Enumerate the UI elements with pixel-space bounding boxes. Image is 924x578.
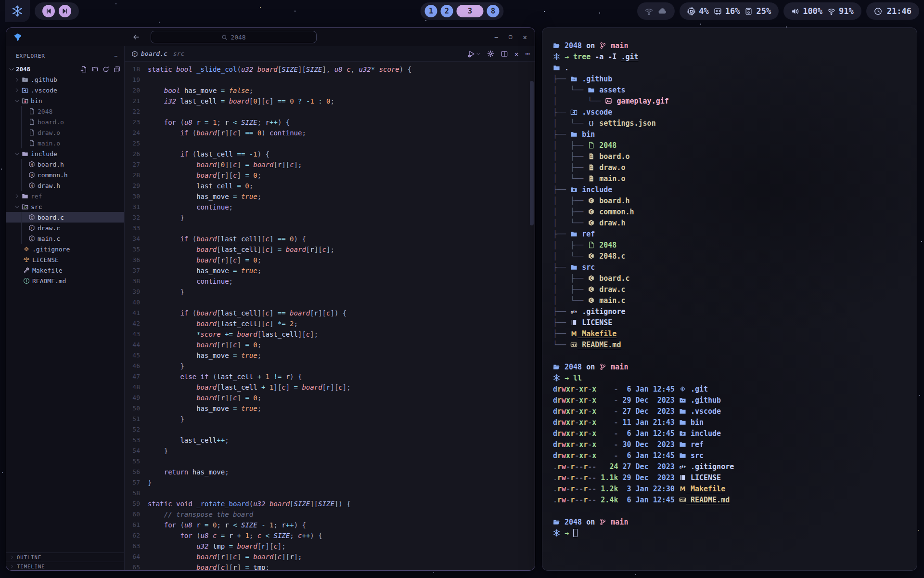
collapse-all-button[interactable] <box>114 66 120 73</box>
code-line-25[interactable]: 25 <box>125 138 535 149</box>
code-line-65[interactable]: 65 board[c][r] = tmp; <box>125 562 535 571</box>
workspace-1[interactable]: 1 <box>425 5 437 17</box>
command-center-search[interactable]: 2048 <box>151 31 317 43</box>
explorer-item-include[interactable]: include <box>6 148 124 159</box>
code-line-47[interactable]: 47 else if (last_cell + 1 != r) { <box>125 371 535 382</box>
explorer-item-src[interactable]: src <box>6 201 124 212</box>
new-file-button[interactable] <box>80 66 87 73</box>
code-line-22[interactable]: 22 <box>125 106 535 117</box>
code-line-27[interactable]: 27 board[0][c] = board[r][c]; <box>125 159 535 170</box>
code-line-29[interactable]: 29 last_cell = 0; <box>125 181 535 191</box>
split-editor-button[interactable] <box>501 51 508 57</box>
tab-board-c[interactable]: C board.c src <box>131 50 184 57</box>
code-line-51[interactable]: 51 } <box>125 414 535 424</box>
editor-settings-button[interactable] <box>487 50 494 57</box>
maximize-button[interactable]: ▢ <box>509 33 512 41</box>
media-next-button[interactable] <box>59 5 71 17</box>
workspace-8[interactable]: 8 <box>487 5 500 17</box>
code-text: has_move = true; <box>148 403 261 414</box>
code-line-62[interactable]: 62 for (u8 c = r + 1; c < SIZE; c++) { <box>125 530 535 541</box>
explorer-item-github[interactable]: .github <box>6 74 124 85</box>
code-line-28[interactable]: 28 board[r][c] = 0; <box>125 170 535 181</box>
nav-back-button[interactable] <box>132 33 140 41</box>
close-button[interactable]: ✕ <box>523 33 527 41</box>
explorer-item-bin[interactable]: bin <box>6 95 124 106</box>
code-line-33[interactable]: 33 <box>125 223 535 234</box>
code-line-54[interactable]: 54 } <box>125 446 535 456</box>
code-line-56[interactable]: 56 return has_move; <box>125 467 535 477</box>
code-line-43[interactable]: 43 *score += board[last_cell][c]; <box>125 329 535 340</box>
code-line-64[interactable]: 64 board[r][c] = board[c][r]; <box>125 552 535 562</box>
code-line-42[interactable]: 42 board[last_cell][c] *= 2; <box>125 318 535 329</box>
explorer-item-board-o[interactable]: board.o <box>6 117 124 127</box>
terminal-window[interactable]: 2048 on main → tree -a -I .git .├── .git… <box>542 27 917 571</box>
code-line-21[interactable]: 21 i32 last_cell = board[0][c] == 0 ? -1… <box>125 96 535 106</box>
code-line-32[interactable]: 32 } <box>125 212 535 223</box>
explorer-item-2048[interactable]: 2048 <box>6 106 124 117</box>
explorer-more-actions-button[interactable]: ⋯ <box>114 53 117 59</box>
code-line-59[interactable]: 59static void _rotate_board(u32 board[SI… <box>125 499 535 509</box>
code-line-52[interactable]: 52 <box>125 424 535 435</box>
explorer-item-Makefile[interactable]: Makefile <box>6 265 124 276</box>
explorer-root-folder[interactable]: 2048 <box>6 64 124 74</box>
explorer-item-vscode[interactable]: .vscode <box>6 85 124 95</box>
run-button[interactable] <box>468 50 480 58</box>
code-line-34[interactable]: 34 if (board[last_cell][c] == 0) { <box>125 234 535 244</box>
code-line-49[interactable]: 49 board[r][c] = 0; <box>125 393 535 403</box>
code-line-39[interactable]: 39 } <box>125 287 535 297</box>
code-line-53[interactable]: 53 last_cell++; <box>125 435 535 446</box>
sidebar-section-outline[interactable]: OUTLINE <box>6 552 124 562</box>
code-line-45[interactable]: 45 has_move = true; <box>125 350 535 361</box>
tray-network-pill[interactable] <box>637 2 675 20</box>
code-line-26[interactable]: 26 if (last_cell == -1) { <box>125 149 535 159</box>
code-line-35[interactable]: 35 board[last_cell][c] = board[r][c]; <box>125 244 535 255</box>
code-editor[interactable]: 18static bool _slide_col(u32 board[SIZE]… <box>125 62 535 571</box>
explorer-item-main-c[interactable]: Cmain.c <box>6 233 124 244</box>
sidebar-section-timeline[interactable]: TIMELINE <box>6 562 124 571</box>
code-line-30[interactable]: 30 has_move = true; <box>125 191 535 202</box>
explorer-item-draw-o[interactable]: draw.o <box>6 127 124 138</box>
code-line-36[interactable]: 36 board[r][c] = 0; <box>125 255 535 265</box>
workspace-2[interactable]: 2 <box>441 5 453 17</box>
code-line-38[interactable]: 38 continue; <box>125 276 535 287</box>
code-line-23[interactable]: 23 for (u8 r = 1; r < SIZE; r++) { <box>125 117 535 128</box>
code-line-46[interactable]: 46 } <box>125 361 535 371</box>
code-line-60[interactable]: 60 // transpose the board <box>125 509 535 520</box>
vscode-titlebar[interactable]: 2048 − ▢ ✕ <box>6 28 535 46</box>
code-line-63[interactable]: 63 u32 tmp = board[r][c]; <box>125 541 535 552</box>
media-prev-button[interactable] <box>42 5 55 17</box>
explorer-item-main-o[interactable]: main.o <box>6 138 124 148</box>
code-line-41[interactable]: 41 if (board[last_cell][c] == board[r][c… <box>125 308 535 318</box>
close-editor-button[interactable]: ✕ <box>514 50 518 58</box>
code-line-58[interactable]: 58 <box>125 488 535 499</box>
explorer-item-common-h[interactable]: Hcommon.h <box>6 170 124 180</box>
code-line-20[interactable]: 20 bool has_move = false; <box>125 85 535 96</box>
explorer-item-README-md[interactable]: README.md <box>6 276 124 286</box>
code-line-48[interactable]: 48 board[last_cell + 1][c] = board[r][c]… <box>125 382 535 393</box>
explorer-item-draw-h[interactable]: Hdraw.h <box>6 180 124 191</box>
code-line-61[interactable]: 61 for (u8 r = 0; r < SIZE - 1; r++) { <box>125 520 535 530</box>
launcher-button[interactable] <box>5 0 30 22</box>
editor-scrollbar[interactable] <box>530 62 534 571</box>
code-line-18[interactable]: 18static bool _slide_col(u32 board[SIZE]… <box>125 64 535 75</box>
editor-more-actions-button[interactable]: ⋯ <box>525 49 530 58</box>
code-line-24[interactable]: 24 if (board[r][c] == 0) continue; <box>125 128 535 138</box>
refresh-button[interactable] <box>103 66 109 73</box>
explorer-item-ref[interactable]: ref <box>6 191 124 201</box>
workspace-3-active[interactable]: 3 <box>457 5 484 17</box>
minimize-button[interactable]: − <box>494 33 498 41</box>
explorer-item-draw-c[interactable]: Cdraw.c <box>6 223 124 233</box>
code-line-37[interactable]: 37 has_move = true; <box>125 265 535 276</box>
code-line-55[interactable]: 55 <box>125 456 535 467</box>
code-line-57[interactable]: 57} <box>125 477 535 488</box>
code-line-19[interactable]: 19 <box>125 75 535 85</box>
explorer-item-gitignore[interactable]: .gitignore <box>6 244 124 254</box>
explorer-item-board-c[interactable]: Cboard.c <box>6 212 124 223</box>
code-line-50[interactable]: 50 has_move = true; <box>125 403 535 414</box>
code-line-44[interactable]: 44 board[r][c] = 0; <box>125 340 535 350</box>
explorer-item-board-h[interactable]: Hboard.h <box>6 159 124 170</box>
explorer-item-LICENSE[interactable]: LICENSE <box>6 254 124 265</box>
new-folder-button[interactable] <box>91 66 98 73</box>
code-line-40[interactable]: 40 <box>125 297 535 308</box>
code-line-31[interactable]: 31 continue; <box>125 202 535 212</box>
